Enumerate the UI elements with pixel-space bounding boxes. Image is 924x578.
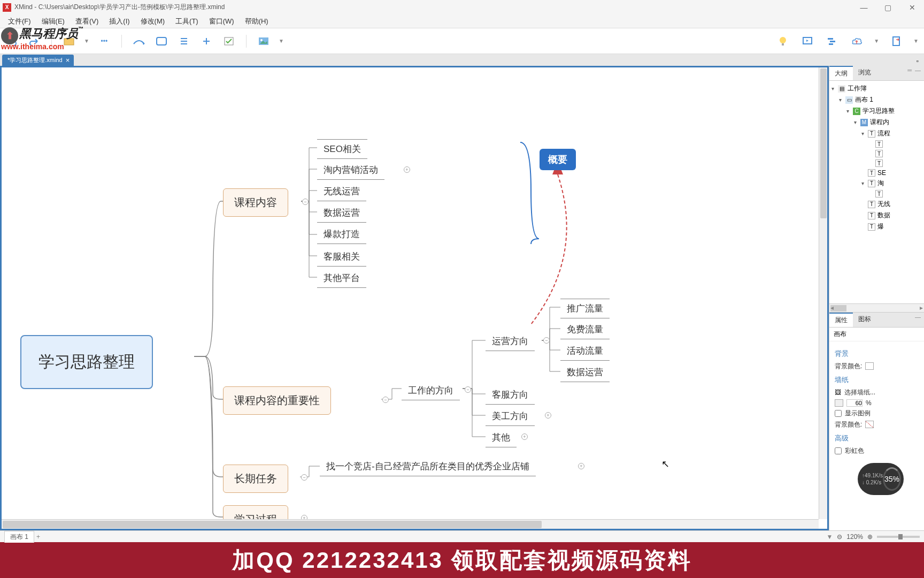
idea-button[interactable] [775,34,790,49]
outline-tree[interactable]: ▾▤工作簿 ▾▭画布 1 ▾C学习思路整 ▾M课程内 ▾T流程 T T T TS… [829,81,924,303]
menu-window[interactable]: 窗口(W) [204,14,240,28]
subtopic[interactable]: 工作的方向 [402,381,460,400]
canvas-viewport[interactable]: 学习思路整理 课程内容 − SEO相关 淘内营销活动 + 无线运营 数据运营 爆… [0,66,829,530]
checkbox[interactable] [835,410,842,417]
color-swatch[interactable] [865,421,874,428]
expander-icon[interactable]: + [578,463,584,469]
expander-icon[interactable]: − [382,397,389,403]
minimize-button[interactable]: — [852,0,876,14]
subtopic[interactable]: 美工方向 [486,407,535,426]
mindmap-canvas[interactable]: 学习思路整理 课程内容 − SEO相关 淘内营销活动 + 无线运营 数据运营 爆… [2,67,827,529]
image-button[interactable] [256,34,271,49]
menu-insert[interactable]: 插入(I) [104,14,135,28]
close-tab-icon[interactable]: × [66,56,70,64]
svg-point-12 [780,37,786,43]
toolbar: ▼ ••• ▼ ▼ ▼ [0,28,924,54]
prop-rainbow[interactable]: 彩虹色 [835,446,919,455]
subtopic[interactable]: 数据运营 [560,363,610,382]
expander-icon[interactable]: + [545,412,551,419]
tab-outline[interactable]: 大纲 [829,66,853,80]
subtopic[interactable]: 推广流量 [560,299,610,318]
subtopic[interactable]: 客服相关 [317,247,366,267]
expander-icon[interactable]: + [404,166,410,173]
menu-help[interactable]: 帮助(H) [240,14,274,28]
tab-browse[interactable]: 浏览 [853,66,876,80]
summary-node[interactable]: 概要 [540,149,576,170]
tab-properties[interactable]: 属性 [829,313,853,327]
zoom-slider[interactable] [877,536,920,538]
svg-rect-16 [828,38,833,40]
expander-icon[interactable]: − [543,337,550,344]
gantt-button[interactable] [825,34,840,49]
prop-bg-color2[interactable]: 背景颜色: [835,420,919,429]
filter-icon[interactable]: ▼ [826,533,833,541]
add-sheet-button[interactable]: + [36,533,40,541]
tab-label: *学习思路整理.xmind [7,56,63,64]
subtopic[interactable]: 其他平台 [317,269,366,288]
prop-bg-color[interactable]: 背景颜色: [835,362,919,371]
subtopic[interactable]: 其他 [486,428,517,447]
sheet-tab[interactable]: 画布 1 [4,531,34,543]
panel-menu-icon[interactable]: ═ [907,67,912,79]
task-button[interactable] [221,34,236,49]
zoom-out-button[interactable]: ⊖ [837,533,842,541]
boundary-button[interactable] [154,34,169,49]
panel-minimize-icon[interactable]: — [915,314,921,326]
subtopic[interactable]: 爆款打造 [317,225,366,244]
export-button[interactable] [889,34,904,49]
topic-longterm[interactable]: 长期任务 [223,465,288,493]
summary-button[interactable] [176,34,191,49]
dropdown-icon[interactable]: ▼ [913,38,919,44]
horizontal-scrollbar[interactable] [2,519,819,529]
subtopic[interactable]: 淘内营销活动 [317,161,384,180]
properties-panel: 属性 图标 — 画布 背景 背景颜色: 墙纸 🖼 选择墙纸... [829,312,924,531]
add-node-button[interactable] [199,34,214,49]
menu-modify[interactable]: 修改(M) [135,14,171,28]
presentation-button[interactable] [800,34,815,49]
dropdown-icon[interactable]: ▼ [84,38,89,44]
cursor-icon: ↖ [661,458,669,470]
document-tab[interactable]: *学习思路整理.xmind × [2,55,74,66]
expander-icon[interactable]: + [521,434,528,440]
subtopic[interactable]: 运营方向 [486,332,535,351]
expander-icon[interactable]: − [465,386,471,393]
expander-icon[interactable]: − [302,199,309,205]
tab-icons[interactable]: 图标 [853,313,876,327]
progress-circle: 35% [883,467,901,491]
upload-button[interactable] [849,34,864,49]
more-button[interactable]: ••• [97,34,112,49]
color-swatch[interactable] [865,362,874,370]
subtopic[interactable]: 无线运营 [317,182,366,201]
topic-course-content[interactable]: 课程内容 [223,188,288,217]
expander-icon[interactable]: − [301,474,307,481]
menu-tools[interactable]: 工具(T) [170,14,204,28]
subtopic[interactable]: SEO相关 [317,139,367,159]
checkbox[interactable] [835,447,842,454]
topic-importance[interactable]: 课程内容的重要性 [223,386,331,415]
opacity-input[interactable] [846,399,863,407]
root-node[interactable]: 学习思路整理 [20,335,153,389]
subtopic[interactable]: 客服方向 [486,385,535,405]
relationship-button[interactable] [132,34,147,49]
svg-rect-2 [157,37,166,45]
tree-scrollbar[interactable]: ◂▸ [829,303,924,312]
dropdown-icon[interactable]: ▼ [279,38,284,44]
prop-show-legend[interactable]: 显示图例 [835,409,919,418]
vertical-scrollbar[interactable] [819,67,827,519]
dropdown-icon[interactable]: ▼ [874,38,879,44]
tab-view-toggle[interactable]: ▫ [913,56,922,66]
network-speed-overlay: ↑49.1K/s ↓ 0.2K/s 35% [858,463,904,495]
prop-select-wallpaper[interactable]: 🖼 选择墙纸... [835,388,919,397]
zoom-in-button[interactable]: ⊕ [867,533,873,541]
status-bar: 画布 1 + ▼ ⊖ 120% ⊕ [0,530,924,542]
close-button[interactable]: ✕ [900,0,924,14]
right-panel: 大纲 浏览 ═— ▾▤工作簿 ▾▭画布 1 ▾C学习思路整 ▾M课程内 ▾T流程… [829,66,924,530]
subtopic[interactable]: 找一个竞店-自己经营产品所在类目的优秀企业店铺 [320,457,536,476]
prop-opacity[interactable]: % [835,399,919,407]
panel-minimize-icon[interactable]: — [915,67,921,79]
svg-point-10 [260,39,263,41]
maximize-button[interactable]: ▢ [876,0,900,14]
subtopic[interactable]: 免费流量 [560,320,610,339]
subtopic[interactable]: 活动流量 [560,341,610,361]
subtopic[interactable]: 数据运营 [317,203,366,223]
